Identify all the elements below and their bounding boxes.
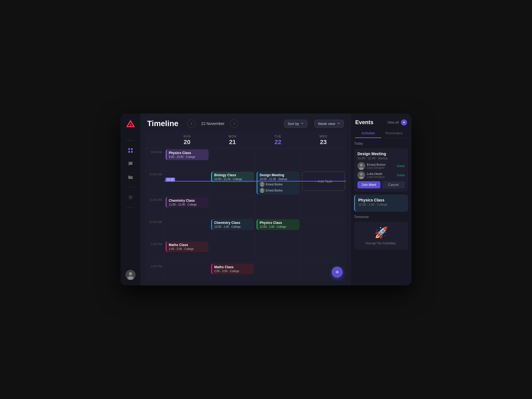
chemistry-class-sun[interactable]: Chemistry Class 11:00 - 12:00 · College bbox=[166, 197, 209, 208]
current-time-badge: 10:30 bbox=[165, 178, 175, 182]
page-title: Timeline bbox=[147, 119, 178, 128]
day-header-wed: WED 23 bbox=[301, 131, 346, 148]
svg-point-2 bbox=[129, 124, 132, 126]
svg-point-17 bbox=[360, 173, 363, 176]
attendee-row-2: Ernest Burton bbox=[260, 188, 297, 193]
cell-sun-11am: Chemistry Class 11:00 - 12:00 · College bbox=[164, 196, 210, 218]
chemistry-class-mon[interactable]: Chemistry Class 12:00 - 1:00 · College bbox=[211, 219, 254, 230]
event-title: Physics Class bbox=[260, 221, 297, 225]
event-time: 10:00 - 11:10 · College bbox=[214, 178, 252, 181]
widget-time: 10:00 - 11:30 · Startup bbox=[357, 157, 405, 160]
cell-wed-11am bbox=[301, 196, 346, 218]
chevron-down-icon bbox=[301, 122, 304, 125]
attendee-info-1: Ernest Burton Lead Designer bbox=[357, 162, 385, 170]
cell-tue-1pm bbox=[255, 240, 301, 262]
online-badge-2: Online bbox=[397, 174, 405, 177]
panel-content: Today Design Meeting 10:00 - 11:30 · Sta… bbox=[351, 138, 411, 285]
panel-header: Events View all + bbox=[351, 114, 411, 129]
chevron-down-icon-2 bbox=[337, 122, 340, 125]
cell-sun-12pm bbox=[164, 218, 210, 240]
sidebar-divider-mid bbox=[127, 187, 134, 187]
svg-point-11 bbox=[261, 183, 263, 185]
svg-point-12 bbox=[260, 185, 264, 187]
event-title: Maths Class bbox=[214, 265, 252, 269]
time-slot-11am: 11:00 AM Chemistry Class 11:00 - 12:00 ·… bbox=[145, 196, 346, 218]
attendee-avatar-2 bbox=[260, 188, 265, 193]
attendee-name-lg-2: Luka Haste bbox=[367, 172, 385, 175]
join-meet-button[interactable]: Join Meet bbox=[357, 181, 380, 188]
cell-wed-12pm bbox=[301, 218, 346, 240]
attendee-role-1: Lead Designer bbox=[367, 166, 385, 169]
time-slot-9am: 9:00 AM Physics Class 9:00 - 10:00 · Col… bbox=[145, 148, 346, 170]
widget-time-2: 12:00 - 1:00 · College bbox=[358, 203, 405, 206]
event-title: Design Meeting bbox=[260, 173, 297, 177]
view-dropdown[interactable]: Week view bbox=[314, 120, 344, 128]
maths-class-mon[interactable]: Maths Class 2:00 - 3:00 · College bbox=[211, 264, 254, 274]
cell-mon-1pm bbox=[210, 240, 255, 262]
time-grid: 9:00 AM Physics Class 9:00 - 10:00 · Col… bbox=[145, 148, 346, 281]
cell-sun-10am bbox=[164, 170, 210, 196]
cell-wed-9am bbox=[301, 148, 346, 170]
cell-mon-11am bbox=[210, 196, 255, 218]
design-meeting-tue[interactable]: Design Meeting 10:00 - 11:30 · Startup E… bbox=[257, 172, 300, 195]
cell-tue-9am bbox=[255, 148, 301, 170]
maths-class-sun[interactable]: Maths Class 1:00 - 2:00 · College bbox=[166, 241, 209, 252]
panel-tabs: Activites Reminders bbox=[351, 129, 411, 138]
cell-sun-9am: Physics Class 9:00 - 10:00 · College bbox=[164, 148, 210, 170]
cell-tue-2pm bbox=[255, 262, 301, 281]
cell-mon-9am bbox=[210, 148, 255, 170]
time-label-1pm: 1:00 PM bbox=[145, 240, 164, 262]
svg-rect-5 bbox=[128, 151, 130, 153]
event-title: Biology Class bbox=[214, 173, 252, 177]
event-time: 9:00 - 10:00 · College bbox=[169, 155, 206, 158]
panel-title: Events bbox=[355, 119, 374, 126]
time-slot-2pm: 2:00 PM Maths Class 2:00 - 3:00 · Colleg… bbox=[145, 262, 346, 281]
time-slot-12pm: 12:00 AM Chemistry Class 12:00 - 1:00 · … bbox=[145, 218, 346, 240]
app-logo bbox=[126, 119, 135, 129]
day-header-sun: SUN 20 bbox=[164, 131, 210, 148]
cell-mon-12pm: Chemistry Class 12:00 - 1:00 · College bbox=[210, 218, 255, 240]
widget-actions: Join Meet Cancel bbox=[357, 181, 405, 188]
time-slot-1pm: 1:00 PM Maths Class 1:00 - 2:00 · Colleg… bbox=[145, 240, 346, 262]
event-title: Chemistry Class bbox=[169, 199, 206, 203]
next-button[interactable]: › bbox=[230, 119, 238, 128]
cancel-button[interactable]: Cancel bbox=[382, 181, 405, 188]
sidebar-avatar[interactable] bbox=[126, 270, 135, 280]
cell-wed-10am: + Add Task bbox=[301, 170, 346, 196]
attendee-info-2: Luka Haste Lead Designer bbox=[357, 171, 385, 179]
day-headers: SUN 20 MON 21 TUE 22 WED 23 bbox=[145, 131, 346, 148]
sidebar-item-folder[interactable] bbox=[125, 172, 136, 183]
attendee-row-1: Ernest Burton Lead Designer Online bbox=[357, 162, 405, 170]
physics-class-sun[interactable]: Physics Class 9:00 - 10:00 · College bbox=[166, 149, 209, 160]
main-content: Timeline ‹ 22 November › Sort by Week vi… bbox=[140, 114, 351, 285]
design-meeting-widget: Design Meeting 10:00 - 11:30 · Startup E… bbox=[354, 148, 408, 192]
calendar-wrapper: SUN 20 MON 21 TUE 22 WED 23 bbox=[140, 131, 351, 285]
event-time: 1:00 - 2:00 · College bbox=[169, 247, 206, 250]
events-panel: Events View all + Activites Reminders To… bbox=[351, 114, 411, 285]
event-time: 12:00 - 1:00 · College bbox=[260, 225, 297, 228]
sidebar-item-settings[interactable] bbox=[125, 192, 136, 203]
current-date: 22 November bbox=[201, 121, 224, 126]
attendee-avatar bbox=[260, 182, 265, 187]
tab-activities[interactable]: Activites bbox=[355, 129, 381, 138]
svg-rect-3 bbox=[128, 148, 130, 150]
view-all-button[interactable]: View all bbox=[387, 121, 399, 124]
cell-tue-11am bbox=[255, 196, 301, 218]
sort-dropdown[interactable]: Sort by bbox=[284, 120, 308, 128]
tomorrow-label: Tomorrow bbox=[354, 215, 408, 219]
add-event-fab[interactable]: + bbox=[332, 267, 343, 278]
prev-button[interactable]: ‹ bbox=[187, 119, 196, 128]
time-label-2pm: 2:00 PM bbox=[145, 262, 164, 281]
tab-reminders[interactable]: Reminders bbox=[381, 129, 407, 138]
sort-label: Sort by bbox=[288, 122, 299, 126]
physics-class-tue[interactable]: Physics Class 12:00 - 1:00 · College bbox=[257, 219, 300, 230]
sidebar-item-chat[interactable] bbox=[125, 158, 136, 169]
svg-point-14 bbox=[260, 191, 264, 193]
add-event-button[interactable]: + bbox=[401, 119, 407, 126]
time-label-10am: 10:00 AM bbox=[145, 170, 164, 196]
sidebar-item-grid[interactable] bbox=[125, 145, 136, 156]
svg-rect-6 bbox=[131, 151, 133, 153]
attendee-role-2: Lead Designer bbox=[367, 175, 385, 178]
cell-sun-1pm: Maths Class 1:00 - 2:00 · College bbox=[164, 240, 210, 262]
attendee-row-2: Luka Haste Lead Designer Online bbox=[357, 171, 405, 179]
